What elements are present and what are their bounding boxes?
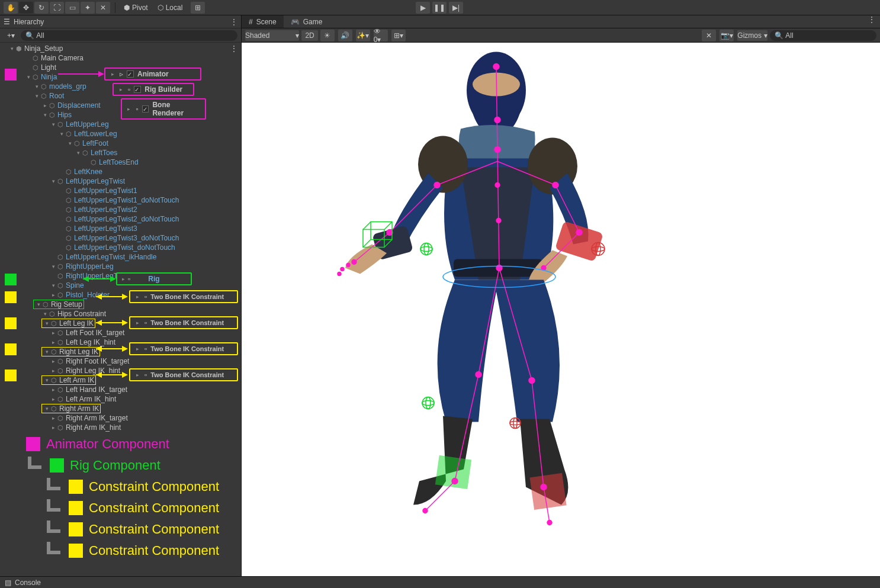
svg-point-56 <box>576 230 582 236</box>
rect-tool[interactable]: ▭ <box>65 2 79 14</box>
grid-toggle[interactable]: ⊞▾ <box>391 30 406 41</box>
hierarchy-item[interactable]: ⬡LeftUpperLegTwist_doNotTouch <box>0 243 241 252</box>
transform-icon: ✦ <box>85 4 91 12</box>
menu-icon[interactable]: ⋮ <box>230 18 237 26</box>
hierarchy-item[interactable]: ⬡Main Camera <box>0 53 241 63</box>
hierarchy-item[interactable]: ▾⬡models_grp <box>0 82 241 91</box>
gizmos-dropdown[interactable]: Gizmos▾ <box>737 30 767 41</box>
hierarchy-item[interactable]: ▾⬡LeftFoot <box>0 139 241 148</box>
pivot-toggle[interactable]: ⬢Pivot <box>119 2 153 14</box>
hierarchy-item[interactable]: ▾⬡Ninja <box>0 72 241 82</box>
hierarchy-item[interactable]: ▾⬡Right Arm IK <box>0 404 241 413</box>
hierarchy-item[interactable]: ⬡LeftUpperLegTwist3_doNotTouch <box>0 233 241 243</box>
svg-point-44 <box>496 219 501 223</box>
hierarchy-item[interactable]: ▾⬡Left Leg IK <box>0 319 241 328</box>
svg-point-79 <box>513 418 517 429</box>
visibility-toggle[interactable]: 👁0▾ <box>374 30 388 41</box>
hierarchy-item[interactable]: ▸⬡Right Arm IK_hint <box>0 423 241 432</box>
hierarchy-item[interactable]: ▾⬡LeftUpperLegTwist <box>0 176 241 186</box>
hierarchy-item[interactable]: ⬡LeftUpperLegTwist2 <box>0 205 241 214</box>
marker-yellow-3 <box>5 343 17 355</box>
hierarchy-item[interactable]: ⬡LeftUpperLegTwist2_doNotTouch <box>0 214 241 224</box>
marker-green <box>5 274 17 285</box>
hierarchy-item[interactable]: ▾⬡Left Arm IK <box>0 375 241 385</box>
hierarchy-item[interactable]: ▾⬡Spine <box>0 281 241 290</box>
svg-point-69 <box>420 247 432 252</box>
hierarchy-item[interactable]: ▾⬡Rig Setup <box>0 300 241 309</box>
transform-tool[interactable]: ✦ <box>81 2 95 14</box>
hierarchy-item[interactable]: ⬡LeftUpperLegTwist1_doNotTouch <box>0 195 241 205</box>
svg-point-59 <box>341 268 344 271</box>
hierarchy-item[interactable]: ▾⬡Hips <box>0 110 241 120</box>
svg-point-46 <box>476 372 481 378</box>
step-button[interactable]: ▶| <box>449 2 463 14</box>
svg-rect-25 <box>530 473 567 510</box>
add-button[interactable]: +▾ <box>4 31 18 40</box>
hierarchy-item[interactable]: ▾⬡RightUpperLeg <box>0 262 241 271</box>
tools-toggle[interactable]: ✕ <box>702 30 716 41</box>
hierarchy-item[interactable]: ▸⬡Right Leg IK_hint <box>0 366 241 375</box>
viewport[interactable] <box>242 43 880 576</box>
hierarchy-item[interactable]: ▸⬡Displacement <box>0 101 241 110</box>
scale-icon: ⛶ <box>53 4 60 12</box>
svg-point-58 <box>346 264 350 267</box>
hierarchy-item[interactable]: ▾⬡Root <box>0 91 241 101</box>
hierarchy-item[interactable]: ⬡LeftUpperLegTwist1 <box>0 186 241 195</box>
hierarchy-search[interactable]: 🔍 All <box>21 30 237 41</box>
move-tool[interactable]: ✥ <box>19 2 33 14</box>
hierarchy-item[interactable]: ▾⬡LeftLowerLeg <box>0 129 241 139</box>
tab-scene[interactable]: #Scene <box>242 15 284 28</box>
light-toggle[interactable]: ☀ <box>320 30 335 41</box>
play-button[interactable]: ▶ <box>416 2 430 14</box>
local-toggle[interactable]: ⬡Local <box>153 2 188 14</box>
pause-button[interactable]: ❚❚ <box>432 2 447 14</box>
console-icon: ▤ <box>5 579 11 587</box>
marker-yellow-2 <box>5 317 17 329</box>
hierarchy-item[interactable]: ▸⬡Left Foot IK_target <box>0 328 241 338</box>
hierarchy-item[interactable]: ▾⬡LeftToes <box>0 148 241 158</box>
scale-tool[interactable]: ⛶ <box>50 2 64 14</box>
hierarchy-item[interactable]: ▸⬡Left Leg IK_hint <box>0 338 241 347</box>
hierarchy-item[interactable]: ▾⬡Hips Constraint <box>0 309 241 319</box>
search-icon: 🔍 <box>25 31 34 40</box>
legend-constraint-3: Constraint Component <box>89 522 219 537</box>
hierarchy-item[interactable]: ⬡LeftUpperLegTwist_ikHandle <box>0 252 241 262</box>
svg-line-65 <box>384 222 392 230</box>
svg-point-48 <box>423 509 428 513</box>
hierarchy-icon: ☰ <box>4 18 10 26</box>
hierarchy-item[interactable]: ▸⬡Right Foot IK_target <box>0 356 241 366</box>
pivot-label: Pivot <box>132 4 148 12</box>
hierarchy-item[interactable]: ▸⬡Left Hand IK_target <box>0 385 241 394</box>
hierarchy-item[interactable]: ▸⬡Left Arm IK_hint <box>0 394 241 404</box>
hierarchy-item[interactable]: ▸⬡Pistol_Holster <box>0 290 241 300</box>
hand-tool[interactable]: ✋ <box>4 2 18 14</box>
svg-point-77 <box>510 418 521 429</box>
hierarchy-item[interactable]: ⬡RightUpperLegTwist_ikHandle <box>0 271 241 281</box>
hierarchy-item[interactable]: ⬡LeftToesEnd <box>0 158 241 167</box>
svg-point-78 <box>510 422 521 425</box>
tab-menu[interactable]: ⋮ <box>863 15 880 28</box>
hierarchy-item[interactable]: ⬡LeftUpperLegTwist3 <box>0 224 241 233</box>
shading-dropdown[interactable]: Shaded▾ <box>245 30 299 41</box>
console-panel[interactable]: ▤ Console <box>0 576 880 588</box>
fx-toggle[interactable]: ✨▾ <box>356 30 370 41</box>
custom-tool[interactable]: ✕ <box>96 2 110 14</box>
svg-point-40 <box>493 64 499 70</box>
camera-toggle[interactable]: 📷▾ <box>720 30 734 41</box>
scene-row[interactable]: ▾⬢Ninja_Setup⋮ <box>0 44 241 53</box>
rotate-tool[interactable]: ↻ <box>34 2 49 14</box>
2d-toggle[interactable]: 2D <box>301 30 317 41</box>
svg-point-55 <box>553 182 558 188</box>
play-icon: ▶ <box>420 4 426 12</box>
hierarchy-item[interactable]: ▸⬡Right Arm IK_target <box>0 413 241 423</box>
snap-toggle[interactable]: ⊞ <box>191 2 205 14</box>
audio-toggle[interactable]: 🔊 <box>338 30 352 41</box>
hierarchy-item[interactable]: ⬡LeftKnee <box>0 167 241 176</box>
scene-search[interactable]: 🔍 All <box>770 30 876 41</box>
hierarchy-item[interactable]: ▾⬡LeftUpperLeg <box>0 120 241 129</box>
local-icon: ⬡ <box>158 4 163 12</box>
hierarchy-item[interactable]: ⬡Light <box>0 63 241 72</box>
tab-game[interactable]: 🎮Game <box>284 15 330 28</box>
hierarchy-item[interactable]: ▾⬡Right Leg IK <box>0 347 241 356</box>
svg-line-64 <box>363 222 371 230</box>
